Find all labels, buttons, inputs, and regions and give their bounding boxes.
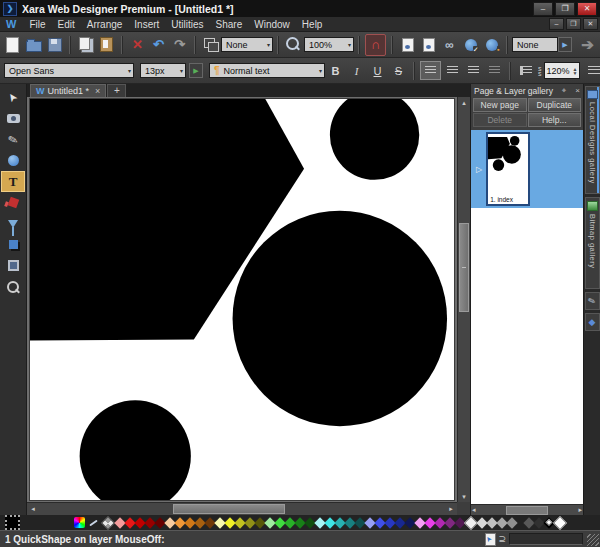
scroll-right-icon[interactable]: ▸	[578, 506, 582, 514]
tab-close-icon[interactable]: ×	[95, 86, 100, 96]
menu-help[interactable]: Help	[296, 18, 329, 31]
underline-button[interactable]: U	[368, 61, 387, 80]
menu-edit[interactable]: Edit	[52, 18, 81, 31]
new-tab-button[interactable]: +	[107, 84, 126, 97]
scroll-left-icon[interactable]: ◂	[27, 503, 39, 515]
paste-button[interactable]	[97, 35, 116, 55]
menu-utilities[interactable]: Utilities	[165, 18, 209, 31]
menu-share[interactable]: Share	[210, 18, 249, 31]
resize-grip[interactable]	[587, 534, 599, 546]
tool-shape-editor[interactable]: ✎	[1, 129, 25, 150]
close-button[interactable]: ✕	[577, 2, 597, 16]
snap-to-objects-button[interactable]: ∩	[365, 34, 386, 56]
menu-arrange[interactable]: Arrange	[81, 18, 129, 31]
preview-page-button[interactable]	[398, 35, 417, 55]
canvas-page[interactable]	[29, 98, 455, 501]
bold-button[interactable]: B	[326, 61, 345, 80]
xara-w-icon[interactable]: W	[6, 18, 16, 30]
gallery-scrollbar[interactable]: ◂ ▸	[471, 504, 583, 515]
scroll-down-icon[interactable]: ▾	[458, 491, 470, 502]
gallery-close-icon[interactable]: ×	[571, 86, 580, 95]
tool-shadow[interactable]	[1, 234, 25, 255]
document-tab[interactable]: W Untitled1 * ×	[30, 84, 106, 97]
scroll-right-icon[interactable]: ▸	[445, 503, 457, 515]
pin-icon[interactable]: ⌖	[558, 86, 567, 96]
export-preset-dropdown[interactable]: None	[512, 37, 558, 52]
export-expand-button[interactable]: ▶	[558, 37, 572, 52]
save-button[interactable]	[45, 35, 64, 55]
page-item-selected[interactable]: ▷ 1. index	[471, 130, 583, 208]
maximize-button[interactable]: ❐	[555, 2, 575, 16]
doc-close-button[interactable]: ✕	[583, 18, 598, 30]
vertical-scrollbar[interactable]: ▴ ▾	[457, 97, 470, 502]
web-link-button[interactable]: ∞	[440, 35, 459, 55]
spinner-arrows-icon[interactable]: ▲▼	[573, 67, 578, 75]
tool-ellipse[interactable]	[1, 150, 25, 171]
doc-restore-button[interactable]: ❐	[566, 18, 581, 30]
zoom-level-dropdown[interactable]: 100% ▾	[304, 37, 354, 52]
align-center-button[interactable]	[443, 62, 462, 79]
tool-zoom[interactable]	[1, 276, 25, 297]
tab-fill-gallery[interactable]: ◆	[585, 313, 600, 331]
font-dropdown[interactable]: Open Sans ▾	[4, 63, 134, 78]
scroll-up-icon[interactable]: ▴	[458, 97, 470, 108]
undo-icon: ↶	[153, 37, 164, 52]
web-properties-button[interactable]: ✓	[461, 35, 480, 55]
redo-button[interactable]: ↷	[170, 35, 189, 55]
zoom-tool-button[interactable]	[284, 35, 303, 55]
align-right-button[interactable]	[464, 62, 483, 79]
tool-fill[interactable]	[1, 192, 25, 213]
line-spacing-spinner[interactable]: 120% ▲▼	[544, 62, 581, 79]
duplicate-button[interactable]: Duplicate	[528, 98, 582, 112]
page-thumbnail[interactable]: 1. index	[486, 132, 530, 206]
tab-line-gallery[interactable]: ✎	[585, 292, 600, 310]
tool-bevel[interactable]	[1, 255, 25, 276]
font-size-dropdown[interactable]: 13px ▾	[140, 63, 186, 78]
arrange-windows-button[interactable]	[201, 35, 220, 55]
menu-window[interactable]: Window	[248, 18, 296, 31]
tab-bitmap-gallery[interactable]: Bitmap gallery	[585, 197, 600, 289]
tool-photo[interactable]	[1, 108, 25, 129]
preview-website-button[interactable]	[419, 35, 438, 55]
text-style-dropdown[interactable]: ¶ Normal text ▾	[209, 63, 325, 78]
undo-button[interactable]: ↶	[149, 35, 168, 55]
help-button[interactable]: Help...	[528, 113, 582, 127]
open-button[interactable]	[24, 35, 43, 55]
forward-button[interactable]: ➔	[578, 35, 597, 55]
current-color-indicator[interactable]	[5, 515, 20, 530]
color-editor-icon[interactable]	[74, 517, 85, 528]
tool-text[interactable]: T	[1, 171, 25, 192]
super-sub-script-buttons[interactable]: s s	[538, 66, 542, 76]
copy-button[interactable]	[76, 35, 95, 55]
tab-local-designs-gallery[interactable]: Local Designs gallery	[585, 86, 600, 194]
gallery-scroll-thumb[interactable]	[506, 506, 548, 515]
color-swatch[interactable]	[506, 517, 517, 528]
tool-selector[interactable]: ➤	[1, 87, 25, 108]
color-swatch[interactable]	[553, 515, 567, 529]
italic-button[interactable]: I	[347, 61, 366, 80]
color-picker-icon[interactable]	[88, 517, 99, 528]
align-left-button[interactable]	[420, 61, 441, 80]
strikethrough-button[interactable]: S	[389, 61, 408, 80]
canvas-drawing[interactable]	[30, 99, 454, 500]
expander-triangle-icon[interactable]: ▷	[476, 165, 482, 174]
menu-file[interactable]: File	[23, 18, 51, 31]
font-apply-button[interactable]: ▶	[189, 63, 203, 78]
horizontal-scrollbar[interactable]: ◂ ▸	[27, 502, 457, 515]
delete-page-button[interactable]: Delete	[473, 113, 527, 127]
tool-transparency[interactable]	[1, 213, 25, 234]
delete-button[interactable]: ✕	[128, 35, 147, 55]
indent-button[interactable]	[516, 62, 535, 79]
scroll-left-icon[interactable]: ◂	[472, 506, 476, 514]
horizontal-scroll-thumb[interactable]	[173, 504, 285, 514]
doc-minimize-button[interactable]: –	[549, 18, 564, 30]
bullet-list-button[interactable]	[584, 62, 600, 79]
new-page-button[interactable]: New page	[473, 98, 527, 112]
stretch-dropdown[interactable]: None ▾	[221, 37, 273, 52]
new-document-button[interactable]	[3, 35, 22, 55]
vertical-scroll-thumb[interactable]	[459, 223, 469, 312]
minimize-button[interactable]: –	[533, 2, 553, 16]
menu-insert[interactable]: Insert	[128, 18, 165, 31]
publish-button[interactable]: ▪	[482, 35, 501, 55]
justify-button[interactable]	[485, 62, 504, 79]
